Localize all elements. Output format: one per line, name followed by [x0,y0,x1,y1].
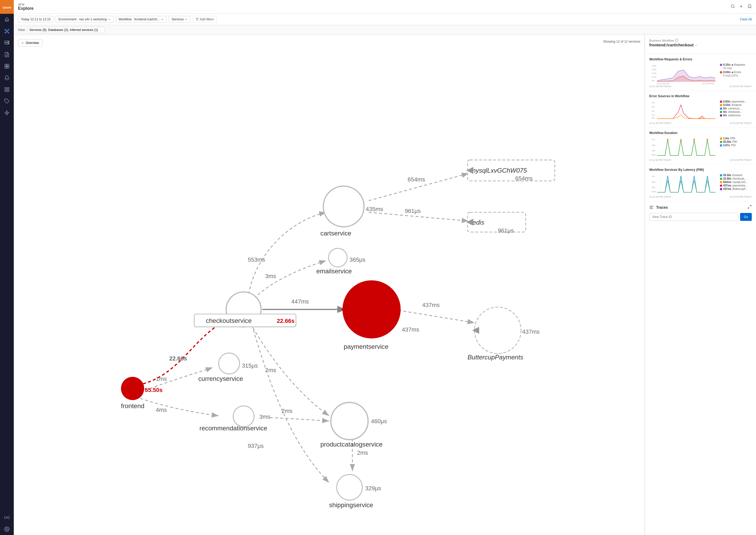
clear-all-button[interactable]: Clear All [740,17,752,21]
svg-text:productcatalogservice: productcatalogservice [321,441,383,448]
svg-text:1m: 1m [652,175,655,178]
sidebar-logs[interactable] [0,49,14,60]
traces-header: Traces [649,205,752,210]
sidebar: splunk> [0,0,14,535]
svg-text:1m: 1m [652,138,655,141]
svg-text:2/s: 2/s [652,110,655,112]
svg-point-82 [474,307,521,353]
svg-text:961μs: 961μs [498,227,514,234]
sidebar-grid[interactable] [0,84,14,95]
svg-text:2ms: 2ms [281,408,292,414]
svg-rect-16 [5,64,7,66]
time-filter[interactable]: Today 12:11 to 12:15 [18,16,53,23]
viewbar: View Services (9), Databases (2), Inferr… [14,25,756,35]
error-sources-chart-row: 4/s 3/s 2/s 1/s 0/s [649,100,752,121]
bookmark-icon[interactable] [747,4,752,9]
duration-section: Workflow Duration 1m 40s 20s 0ms [645,128,756,165]
svg-text:3ms: 3ms [259,413,270,420]
view-select[interactable]: Services (9), Databases (2), Inferred se… [27,27,105,33]
svg-point-28 [731,5,734,8]
svg-marker-32 [196,18,198,21]
requests-errors-chart-row: 0.8/s 0.6/s 0.4/s 0.2/s 0/s [649,63,752,84]
latency-section: Workflow Services By Latency (P90) 1m 40… [645,165,756,202]
svg-text:0/s: 0/s [652,117,655,119]
svg-text:0.8/s: 0.8/s [652,65,657,67]
svg-point-79 [337,475,362,500]
trace-id-input[interactable] [649,213,739,221]
svg-text:ButtercupPayments: ButtercupPayments [467,353,523,361]
svg-text:20s: 20s [652,149,655,152]
svg-rect-20 [5,88,7,89]
svg-text:3ms: 3ms [265,273,276,279]
svg-text:0ms: 0ms [652,154,656,156]
workflow-filter[interactable]: Workflow : frontend:/cart/ch... [116,16,167,23]
svg-text:0.6/s: 0.6/s [652,68,657,71]
environment-filter[interactable]: Environment : rwc-s4r-1-workshop [56,16,114,23]
showing-label: Showing 12 of 12 services [603,40,640,43]
svg-text:1/s: 1/s [652,114,655,116]
svg-text:435ms: 435ms [366,206,383,212]
svg-point-119 [680,139,682,141]
svg-text:paymentservice: paymentservice [344,343,388,350]
sidebar-tag[interactable] [0,95,14,107]
search-icon[interactable] [731,4,735,9]
svg-point-118 [667,139,669,140]
error-sources-title: Error Sources in Workflow [649,94,752,98]
svg-point-76 [331,402,368,440]
trace-input-row: Go [649,213,752,221]
traces-title: Traces [649,205,668,210]
svg-rect-18 [5,67,7,68]
svg-text:937μs: 937μs [248,442,264,449]
svg-text:mysqlLxvGChW075: mysqlLxvGChW075 [470,167,527,174]
traces-section: Traces Go [645,202,756,224]
svg-point-121 [707,139,708,140]
sidebar-apm[interactable] [0,25,14,37]
sidebar-home[interactable] [0,14,14,25]
sidebar-alerts[interactable] [0,72,14,84]
svg-text:0.2/s: 0.2/s [652,76,657,78]
svg-text:961μs: 961μs [405,208,421,214]
splunk-logo[interactable]: splunk> [0,0,14,14]
sidebar-settings[interactable] [0,523,14,535]
sidebar-integrations[interactable] [0,512,14,523]
svg-point-73 [233,406,254,427]
svg-point-4 [5,32,6,33]
expand-icon[interactable] [747,205,752,210]
workflow-name: frontend:/cart/checkout ··· [649,42,752,47]
business-workflow-label: Business Workflow [649,39,752,42]
svg-line-29 [734,7,734,8]
trace-go-button[interactable]: Go [740,213,752,221]
svg-text:4/s: 4/s [652,101,655,104]
svg-line-7 [8,30,8,31]
content-area: Overview Showing 12 of 12 services [14,35,756,535]
view-label: View [18,28,25,32]
svg-point-67 [328,248,347,267]
svg-line-39 [393,309,474,323]
add-icon[interactable] [739,4,743,9]
error-sources-chart: 4/s 3/s 2/s 1/s 0/s [649,100,718,121]
svg-point-64 [323,186,364,227]
svg-point-120 [693,138,695,140]
add-filters-button[interactable]: Add filters [193,16,217,23]
requests-errors-legend: 0.15/s ■ Requests 36 total 0.03/s ■ Erro… [720,63,752,77]
svg-rect-19 [7,67,9,68]
svg-text:553ms: 553ms [248,256,265,263]
svg-text:recommendationservice: recommendationservice [200,425,267,432]
svg-text:0.4/s: 0.4/s [652,72,657,74]
sidebar-infra[interactable] [0,37,14,49]
latency-legend: 55.50s frontend 22.66s checkouts... 654m… [720,174,752,191]
svg-rect-21 [8,88,9,89]
sidebar-dashboards[interactable] [0,60,14,72]
duration-title: Workflow Duration [649,131,752,135]
svg-text:0ms: 0ms [652,190,656,193]
overview-button[interactable]: Overview [18,39,42,46]
svg-text:cartservice: cartservice [321,230,351,237]
sidebar-incidents[interactable] [0,107,14,119]
services-filter[interactable]: Services [169,16,190,23]
topbar: APM Explore [14,0,756,14]
svg-line-8 [6,32,6,33]
svg-marker-25 [5,111,9,115]
svg-point-54 [121,377,144,400]
svg-text:460μs: 460μs [371,418,387,425]
svg-line-9 [8,32,8,33]
